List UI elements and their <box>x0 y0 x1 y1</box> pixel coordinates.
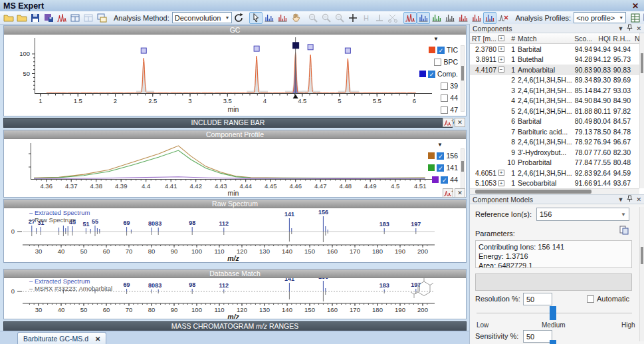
cut-icon[interactable] <box>386 12 399 24</box>
component-row[interactable]: 32,4,6(1H,3H,5H...85.1484.2793.03 <box>470 85 644 96</box>
automatic-checkbox[interactable]: Automatic <box>587 295 629 303</box>
tab-close-icon[interactable]: ✕ <box>95 335 100 343</box>
component-row[interactable]: 3.8911+1Butethal94.2894.1295.73 <box>470 55 644 65</box>
component-profile-chart[interactable]: 4.364.374.384.394.44.414.424.434.444.454… <box>4 139 466 197</box>
pin-icon[interactable] <box>627 195 633 204</box>
export-image-icon[interactable] <box>42 12 55 24</box>
pin-icon[interactable] <box>627 24 633 33</box>
component-row[interactable]: 2.3780+1Barbital94.9494.9494.94 <box>470 44 644 55</box>
reference-ions-select[interactable]: 156▼ <box>536 208 629 221</box>
legend-item-47[interactable]: 47 <box>414 104 458 116</box>
expand-icon[interactable]: + <box>498 170 504 176</box>
component-row[interactable]: 4.6051+12,4,6(1H,3H,5H...92.8392.6494.59 <box>470 168 644 178</box>
component-row[interactable]: 4.4107−1Amobarbital90.8390.8390.83 <box>470 65 644 75</box>
stick-spectrum-blue-icon[interactable] <box>417 12 430 24</box>
components-vscrollbar[interactable] <box>639 33 644 188</box>
analysis-profiles-select[interactable]: <no profile>▼ <box>574 12 626 23</box>
components-hscrollbar[interactable] <box>470 188 639 194</box>
open-data-icon[interactable] <box>15 12 29 24</box>
legend-item-39[interactable]: 39 <box>414 80 458 92</box>
tab-barbiturate-gcms[interactable]: Barbiturate GC-MS.d ✕ <box>17 332 106 344</box>
sensitivity-slider-handle[interactable] <box>550 340 556 344</box>
analysis-method-select[interactable]: Deconvolution▼ <box>172 12 233 23</box>
chromatogram-red-icon[interactable] <box>276 12 289 24</box>
gc-plot[interactable]: 5010011.522.533.544.555.56min ▼ ✓TICBPC✓… <box>4 35 466 116</box>
legend-menu-button[interactable]: ▼ <box>422 142 458 150</box>
delete-spectrum-icon[interactable] <box>496 12 510 24</box>
models-vscrollbar[interactable] <box>639 207 644 341</box>
expand-all-icon[interactable]: + <box>498 35 504 41</box>
checkbox-icon[interactable] <box>441 94 448 102</box>
stick-spectrum-red1-icon[interactable] <box>457 12 470 24</box>
legend-item-tic[interactable]: ✓TIC <box>414 44 458 56</box>
component-row[interactable]: 5.1053+1Secobarbital91.6691.4493.67 <box>470 178 644 189</box>
column-hqi[interactable]: HQI <box>592 35 611 43</box>
column-rt[interactable]: RT [m... <box>470 35 496 43</box>
component-profile-plot[interactable]: 4.364.374.384.394.44.414.424.434.444.454… <box>4 139 466 197</box>
close-legend-button[interactable]: ✕ <box>455 188 465 198</box>
database-match-chart[interactable]: 0304050607080901001101201301401501601701… <box>4 278 466 319</box>
baseline-icon[interactable] <box>373 12 386 24</box>
add-trace-button[interactable]: + <box>443 118 453 127</box>
legend-item-156[interactable]: ✓156 <box>422 150 458 162</box>
window-close-button[interactable]: ✕ <box>632 1 639 11</box>
component-row[interactable]: 6Barbital80.4980.0484.57 <box>470 116 644 127</box>
checkbox-icon[interactable]: ✓ <box>428 71 435 78</box>
sensitivity-input[interactable] <box>523 330 552 343</box>
component-row[interactable]: 10Probarbital77.8477.5580.48 <box>470 158 644 168</box>
column-rh[interactable]: R.H... <box>611 35 631 43</box>
pan-hand-icon[interactable] <box>289 12 302 24</box>
legend-item-44[interactable]: 44 <box>414 92 458 104</box>
checkbox-icon[interactable] <box>587 295 594 303</box>
component-row[interactable]: 82,4,6(1H,3H,5H...78.9276.9496.67 <box>470 137 644 148</box>
component-row[interactable]: 52,4,6(1H,3H,5H...81.8880.1197.82 <box>470 106 644 116</box>
integrate-icon[interactable]: H <box>360 12 373 24</box>
copy-parameters-button[interactable] <box>617 224 631 236</box>
legend-menu-button[interactable]: ▼ <box>414 36 458 44</box>
save-icon[interactable] <box>29 12 42 24</box>
column-num[interactable]: # <box>506 35 515 43</box>
tile-windows-icon[interactable] <box>68 12 82 24</box>
add-trace-button[interactable]: + <box>443 188 453 198</box>
panel-menu-icon[interactable]: ▼ <box>618 25 624 32</box>
extract-spectrum-icon[interactable] <box>403 12 417 24</box>
column-score[interactable]: Sco... <box>572 35 592 43</box>
components-column-headers[interactable]: RT [m... + # Match Sco... HQI R.H... Not <box>470 33 644 44</box>
resolution-input[interactable] <box>523 293 552 305</box>
legend-item-comp[interactable]: ✓Comp. <box>414 68 458 80</box>
checkbox-icon[interactable]: ✓ <box>437 152 444 160</box>
tile-windows-2-icon[interactable] <box>82 12 95 24</box>
column-match[interactable]: Match <box>515 35 572 43</box>
zoom-region-icon[interactable] <box>333 12 346 24</box>
close-icon[interactable]: ✕ <box>636 25 641 32</box>
checkbox-icon[interactable]: ✓ <box>437 47 445 54</box>
refresh-icon[interactable] <box>232 12 245 24</box>
stick-spectrum-grid-icon[interactable] <box>443 12 457 24</box>
open-report-icon[interactable] <box>2 12 15 24</box>
crosshair-icon[interactable] <box>346 12 360 24</box>
expand-icon[interactable]: + <box>498 57 504 63</box>
include-range-bar[interactable]: INCLUDE RANGE BAR <box>3 118 453 128</box>
component-row[interactable]: 42,4,6(1H,3H,5H...84.9084.9084.90 <box>470 96 644 106</box>
checkbox-icon[interactable]: ✓ <box>441 176 448 184</box>
component-row[interactable]: 7Barbituric acid...79.1378.5084.78 <box>470 126 644 137</box>
close-legend-button[interactable]: ✕ <box>455 118 465 127</box>
checkbox-icon[interactable] <box>441 106 448 114</box>
stick-spectrum-redblue-icon[interactable] <box>483 12 496 24</box>
expand-icon[interactable]: + <box>498 46 504 52</box>
stick-spectrum-green-icon[interactable] <box>430 12 443 24</box>
profile-table-icon[interactable] <box>629 12 642 24</box>
expand-icon[interactable]: + <box>498 180 504 186</box>
stick-spectrum-red2-icon[interactable] <box>470 12 483 24</box>
raw-spectrum-plot[interactable]: 0304050607080901001101201301401501601701… <box>4 208 466 262</box>
raw-spectrum-chart[interactable]: 0304050607080901001101201301401501601701… <box>4 208 466 262</box>
legend-item-44[interactable]: ✓44 <box>422 174 458 186</box>
panel-menu-icon[interactable]: ▼ <box>618 196 624 203</box>
close-icon[interactable]: ✕ <box>636 196 641 203</box>
checkbox-icon[interactable] <box>434 59 441 66</box>
zoom-auto-icon[interactable] <box>320 12 333 24</box>
legend-item-141[interactable]: ✓141 <box>422 162 458 174</box>
profile-legend-scrollbar[interactable] <box>461 148 465 190</box>
checkbox-icon[interactable]: ✓ <box>437 164 444 172</box>
mass-chromatogram-bar[interactable]: MASS CHROMATOGRAM m/z RANGES <box>3 321 467 331</box>
